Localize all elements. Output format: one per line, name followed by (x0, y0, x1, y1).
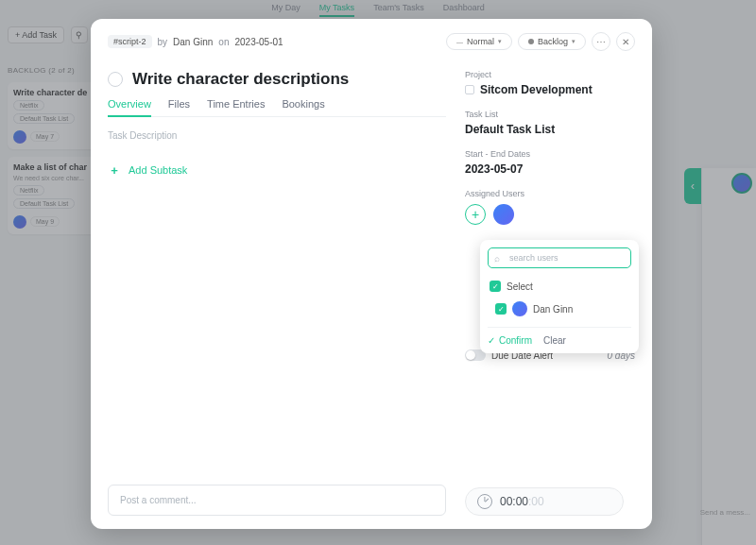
user-option[interactable]: ✓ Dan Ginn (488, 297, 631, 321)
modal-main: Write character descriptions Overview Fi… (108, 70, 446, 516)
by-label: by (158, 37, 168, 47)
dates-label: Start - End Dates (465, 149, 635, 159)
checkbox-checked-icon: ✓ (495, 303, 507, 315)
tab-files[interactable]: Files (168, 98, 190, 116)
search-icon: ⌕ (494, 253, 500, 264)
assigned-label: Assigned Users (465, 189, 635, 198)
dash-icon: — (456, 39, 463, 45)
task-ref-chip[interactable]: #script-2 (108, 35, 152, 48)
add-user-button[interactable]: + (465, 204, 486, 225)
tab-bookings[interactable]: Bookings (282, 98, 324, 116)
dates-value[interactable]: 2023-05-07 (465, 162, 635, 176)
plus-icon: + (108, 163, 121, 177)
task-list-label: Task List (465, 110, 635, 119)
on-label: on (218, 37, 229, 47)
project-label: Project (465, 70, 635, 79)
ellipsis-icon: ⋯ (596, 37, 606, 47)
complete-toggle[interactable] (108, 72, 123, 87)
confirm-button[interactable]: ✓Confirm (488, 335, 532, 346)
tab-time-entries[interactable]: Time Entries (207, 98, 265, 116)
project-value[interactable]: Sitcom Development (465, 83, 635, 96)
clock-icon (477, 494, 492, 509)
task-title[interactable]: Write character descriptions (132, 70, 349, 89)
priority-dropdown[interactable]: —Normal▾ (446, 33, 512, 50)
assigned-avatar[interactable] (493, 204, 514, 225)
task-description-label[interactable]: Task Description (108, 130, 446, 141)
status-dropdown[interactable]: Backlog▾ (518, 33, 586, 50)
checkbox-checked-icon: ✓ (490, 281, 501, 292)
task-modal: #script-2 by Dan Ginn on 2023-05-01 —Nor… (91, 19, 652, 529)
clear-button[interactable]: Clear (543, 335, 566, 346)
close-icon: ✕ (622, 37, 629, 47)
timer-main: 00:00 (500, 495, 528, 508)
user-avatar (512, 301, 527, 316)
check-icon: ✓ (488, 335, 495, 346)
timer-seconds: :00 (528, 495, 544, 508)
add-subtask-button[interactable]: + Add Subtask (108, 163, 446, 177)
modal-tabs: Overview Files Time Entries Bookings (108, 98, 446, 117)
close-button[interactable]: ✕ (616, 32, 635, 51)
comment-input[interactable]: Post a comment... (108, 485, 446, 516)
status-dot-icon (528, 39, 534, 44)
user-picker-popover: ⌕ search users ✓ Select ✓ Dan Ginn ✓Conf… (480, 240, 639, 353)
chevron-down-icon: ▾ (498, 38, 502, 45)
more-button[interactable]: ⋯ (592, 32, 610, 51)
author-name: Dan Ginn (173, 37, 213, 47)
task-list-value[interactable]: Default Task List (465, 123, 635, 136)
timer-button[interactable]: 00:00:00 (465, 487, 624, 516)
select-all-row[interactable]: ✓ Select (488, 276, 631, 297)
folder-icon (465, 85, 474, 94)
chevron-down-icon: ▾ (572, 38, 576, 45)
tab-overview[interactable]: Overview (108, 98, 151, 117)
user-search-input[interactable]: ⌕ search users (488, 247, 631, 268)
modal-header: #script-2 by Dan Ginn on 2023-05-01 —Nor… (108, 32, 635, 51)
created-date: 2023-05-01 (234, 37, 283, 47)
